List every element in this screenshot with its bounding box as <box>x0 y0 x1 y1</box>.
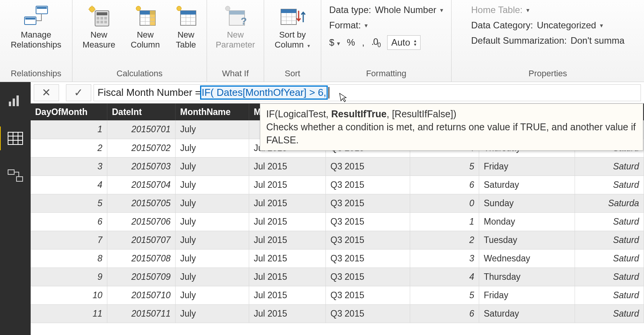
group-formatting: Data type: Whole Number ▾ Format: ▾ $ ▾ … <box>321 0 452 82</box>
col-dateint[interactable]: DateInt <box>107 103 176 120</box>
new-table-icon <box>174 2 197 30</box>
summarization-value: Don't summa <box>570 35 624 46</box>
svg-rect-3 <box>25 18 35 20</box>
new-parameter-button: ? New Parameter <box>212 2 258 50</box>
svg-rect-11 <box>97 17 99 20</box>
new-measure-label: New Measure <box>82 30 115 50</box>
new-column-button[interactable]: New Column <box>127 2 164 50</box>
intellisense-tooltip: IF(LogicalTest, ResultIfTrue, [ResultIfF… <box>260 103 643 151</box>
summarization-label: Default Summarization: <box>471 35 567 46</box>
home-table-dropdown: Home Table: ▾ <box>471 5 624 15</box>
datatype-dropdown[interactable]: Data type: Whole Number ▾ <box>329 5 443 15</box>
data-category-dropdown[interactable]: Data Category: Uncategorized ▾ <box>471 20 624 31</box>
svg-rect-44 <box>16 95 19 106</box>
percent-button[interactable]: % <box>347 37 355 48</box>
format-label: Format: <box>329 20 361 31</box>
group-sort: Sort by Column ▾ Sort <box>264 0 321 82</box>
svg-point-17 <box>136 6 141 11</box>
tooltip-description: Checks whether a condition is met, and r… <box>266 121 637 147</box>
table-row[interactable]: 520150705JulyJul 2015Q3 20150SundaySatur… <box>31 194 644 212</box>
cancel-formula-button[interactable]: ✕ <box>34 84 59 101</box>
relationships-icon <box>22 2 50 30</box>
svg-rect-27 <box>181 11 196 15</box>
svg-rect-50 <box>8 170 14 174</box>
decimal-button[interactable]: .00 <box>371 36 380 49</box>
chevron-down-icon: ▾ <box>600 22 603 29</box>
new-parameter-label: New Parameter <box>216 30 255 50</box>
report-view-tab[interactable] <box>4 91 27 110</box>
chevron-down-icon: ▾ <box>440 7 443 14</box>
manage-relationships-button[interactable]: Manage Relationships <box>5 2 67 50</box>
table-row[interactable]: 920150709JulyJul 2015Q3 20154ThursdaySat… <box>31 268 644 286</box>
table-row[interactable]: 420150704JulyJul 2015Q3 20156SaturdaySat… <box>31 176 644 194</box>
svg-point-4 <box>89 7 95 12</box>
format-dropdown[interactable]: Format: ▾ <box>329 20 443 31</box>
svg-rect-42 <box>9 102 11 106</box>
auto-value: Auto <box>391 37 410 48</box>
data-category-label: Data Category: <box>471 20 533 31</box>
model-view-tab[interactable] <box>4 166 27 186</box>
svg-rect-13 <box>104 17 107 20</box>
commit-formula-button[interactable]: ✓ <box>66 84 91 101</box>
datatype-label: Data type: <box>329 5 371 15</box>
datatype-value: Whole Number <box>375 5 436 15</box>
new-measure-button[interactable]: New Measure <box>78 2 120 50</box>
table-row[interactable]: 1020150710JulyJul 2015Q3 20155FridaySatu… <box>31 286 644 304</box>
svg-point-25 <box>177 6 181 11</box>
chevron-down-icon: ▾ <box>526 7 529 14</box>
currency-button[interactable]: $ ▾ <box>329 37 340 48</box>
decimal-places-input[interactable]: Auto ▴▾ <box>387 35 421 50</box>
table-row[interactable]: 720150707JulyJul 2015Q3 20152TuesdaySatu… <box>31 231 644 249</box>
svg-rect-51 <box>16 177 23 181</box>
new-parameter-icon: ? <box>223 2 248 30</box>
svg-point-32 <box>225 6 230 11</box>
group-relationships-label: Relationships <box>5 66 67 82</box>
new-measure-icon <box>87 2 111 30</box>
workspace: ✕ ✓ Fiscal Month Number = IF( Dates[Mont… <box>0 82 644 335</box>
col-dayofmonth[interactable]: DayOfMonth <box>31 103 107 120</box>
group-sort-label: Sort <box>269 66 315 82</box>
sort-by-column-label: Sort by Column ▾ <box>275 30 310 51</box>
new-column-icon <box>134 2 157 30</box>
text-cursor <box>329 87 329 99</box>
svg-rect-12 <box>100 17 103 20</box>
svg-rect-10 <box>97 12 107 15</box>
group-relationships: Manage Relationships Relationships <box>0 0 72 82</box>
svg-rect-15 <box>100 21 103 23</box>
thousands-button[interactable]: , <box>362 37 365 48</box>
group-properties: Home Table: ▾ Data Category: Uncategoriz… <box>452 0 644 82</box>
sort-icon <box>279 2 306 30</box>
formula-prefix: Fiscal Month Number = <box>98 87 201 99</box>
svg-rect-20 <box>150 11 155 25</box>
table-row[interactable]: 1120150711JulyJul 2015Q3 20156SaturdaySa… <box>31 304 644 323</box>
group-whatif: ? New Parameter What If <box>207 0 264 82</box>
svg-rect-14 <box>97 21 99 23</box>
table-row[interactable]: 820150708JulyJul 2015Q3 20153WednesdaySa… <box>31 249 644 268</box>
view-switcher <box>0 82 31 335</box>
formula-bar: ✕ ✓ Fiscal Month Number = IF( Dates[Mont… <box>31 82 644 103</box>
main: ✕ ✓ Fiscal Month Number = IF( Dates[Mont… <box>31 82 644 335</box>
summarization-dropdown[interactable]: Default Summarization: Don't summa <box>471 35 624 46</box>
tooltip-signature: IF(LogicalTest, ResultIfTrue, [ResultIfF… <box>266 108 637 121</box>
formula-selection: IF( Dates[MonthOfYear] > 6, <box>201 86 327 99</box>
svg-text:?: ? <box>241 15 247 27</box>
data-view-tab[interactable] <box>4 129 27 148</box>
formula-input[interactable]: Fiscal Month Number = IF( Dates[MonthOfY… <box>94 84 641 101</box>
new-table-button[interactable]: New Table <box>171 2 201 50</box>
chevron-down-icon: ▾ <box>365 22 368 29</box>
sort-by-column-button[interactable]: Sort by Column ▾ <box>269 2 315 51</box>
svg-rect-45 <box>8 132 23 145</box>
new-column-label: New Column <box>131 30 160 50</box>
svg-rect-1 <box>37 7 47 9</box>
group-calculations: New Measure New Column <box>72 0 207 82</box>
table-row[interactable]: 320150703JulyJul 2015Q3 20155FridaySatur… <box>31 157 644 176</box>
svg-rect-34 <box>229 11 245 15</box>
group-whatif-label: What If <box>212 66 258 82</box>
manage-relationships-label: Manage Relationships <box>11 30 61 50</box>
svg-rect-16 <box>104 21 107 23</box>
data-category-value: Uncategorized <box>537 20 596 31</box>
svg-rect-43 <box>13 99 15 106</box>
table-row[interactable]: 620150706JulyJul 2015Q3 20151MondaySatur… <box>31 212 644 231</box>
col-monthname[interactable]: MonthName <box>176 103 249 120</box>
spinner-icon[interactable]: ▴▾ <box>414 39 416 46</box>
